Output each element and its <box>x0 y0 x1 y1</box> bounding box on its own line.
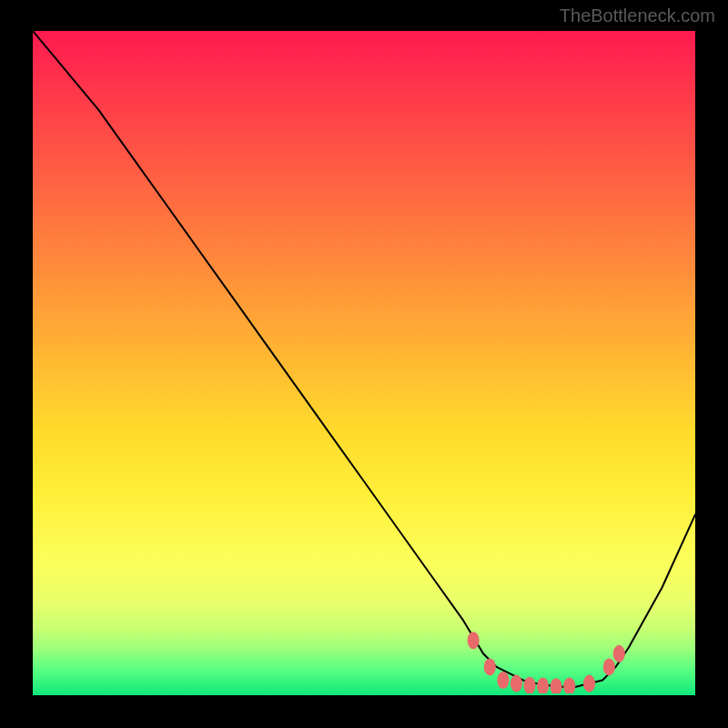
chart-marker <box>511 675 522 693</box>
chart-svg <box>33 31 695 693</box>
chart-marker <box>497 672 509 689</box>
chart-curve <box>33 31 695 687</box>
chart-marker <box>603 658 615 675</box>
chart-markers <box>468 632 625 693</box>
chart-marker <box>563 678 575 693</box>
chart-plot-area <box>33 31 695 695</box>
chart-marker <box>583 675 595 693</box>
chart-marker <box>468 632 480 649</box>
chart-marker <box>537 678 549 693</box>
chart-marker <box>551 678 562 693</box>
watermark-text: TheBottleneck.com <box>560 5 715 26</box>
chart-marker <box>613 645 625 662</box>
chart-marker <box>484 658 496 675</box>
chart-marker <box>523 677 535 693</box>
